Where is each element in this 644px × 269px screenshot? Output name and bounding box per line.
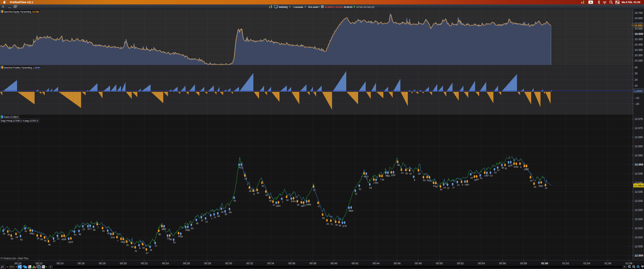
svg-text:1,5000: 1,5000 — [33, 66, 41, 69]
svg-text:43: 43 — [476, 178, 479, 180]
svg-text:10 k units: 10 k units — [308, 6, 318, 8]
svg-text:30: 30 — [435, 186, 438, 188]
svg-text:33: 33 — [339, 224, 341, 227]
svg-text:i: i — [322, 5, 323, 8]
svg-text:20: 20 — [326, 223, 329, 225]
svg-text:22: 22 — [87, 228, 90, 230]
svg-text:Ma 6 feb. 01:00: Ma 6 feb. 01:00 — [622, 1, 640, 4]
svg-text:01:00: 01:00 — [541, 262, 548, 265]
svg-text:12.565: 12.565 — [635, 136, 643, 139]
svg-text:10.300: 10.300 — [635, 54, 643, 57]
svg-text:16: 16 — [102, 230, 105, 232]
svg-text:17: 17 — [313, 189, 316, 191]
svg-text:16: 16 — [123, 241, 125, 243]
svg-text:BackTest Equity: Pyramiding: BackTest Equity: Pyramiding — [4, 10, 31, 13]
svg-text:39: 39 — [382, 179, 384, 181]
svg-text:14: 14 — [494, 171, 497, 174]
svg-text:47: 47 — [53, 240, 56, 242]
svg-text:ProRealTime v11.1: ProRealTime v11.1 — [10, 1, 33, 4]
svg-text:1 seconde: 1 seconde — [293, 6, 303, 8]
svg-text:01:02: 01:02 — [562, 262, 569, 265]
svg-text:8: 8 — [253, 193, 255, 195]
svg-text:1,5000: 1,5000 — [634, 89, 642, 93]
svg-text:51: 51 — [173, 241, 176, 244]
svg-text:13: 13 — [205, 221, 208, 223]
svg-text:17: 17 — [318, 205, 320, 207]
svg-text:36: 36 — [180, 235, 183, 238]
svg-text:00:20: 00:20 — [120, 262, 127, 265]
svg-text:48: 48 — [308, 203, 311, 206]
svg-text:12.520: 12.520 — [635, 218, 643, 221]
svg-text:12.538,5: 12.538,5 — [634, 184, 644, 187]
svg-text:12: 12 — [82, 228, 85, 230]
svg-text:34: 34 — [64, 238, 66, 240]
svg-text:8: 8 — [139, 247, 141, 249]
svg-text:00:48: 00:48 — [415, 262, 422, 265]
svg-text:12: 12 — [355, 193, 357, 195]
svg-text:41: 41 — [393, 174, 396, 176]
svg-text:12.570: 12.570 — [635, 126, 643, 130]
svg-text:31: 31 — [126, 244, 129, 246]
svg-text:10.700: 10.700 — [635, 11, 643, 14]
svg-text:01:04: 01:04 — [583, 262, 590, 265]
svg-text:40: 40 — [635, 66, 638, 69]
svg-text:7: 7 — [211, 218, 212, 220]
svg-text:34: 34 — [142, 247, 145, 249]
svg-text:16: 16 — [335, 224, 338, 226]
svg-text:00:58: 00:58 — [520, 262, 527, 265]
svg-text:37: 37 — [201, 219, 203, 222]
svg-text:12.550: 12.550 — [635, 163, 643, 166]
svg-text:12: 12 — [429, 180, 431, 182]
svg-text:21: 21 — [241, 167, 243, 169]
svg-text:12.500: 12.500 — [635, 254, 643, 257]
svg-text:10: 10 — [409, 173, 412, 175]
svg-text:NASDAQ: NASDAQ — [279, 6, 288, 8]
svg-text:37: 37 — [545, 187, 547, 189]
svg-text:12.530: 12.530 — [635, 199, 643, 202]
svg-text:00:18: 00:18 — [99, 262, 106, 265]
svg-text:51: 51 — [359, 188, 361, 190]
svg-text:00:54: 00:54 — [478, 262, 485, 265]
svg-text:12.505: 12.505 — [635, 245, 643, 248]
svg-text:41: 41 — [25, 230, 27, 232]
svg-text:30: 30 — [635, 72, 638, 75]
svg-text:10.250: 10.250 — [635, 59, 643, 62]
svg-text:41: 41 — [32, 233, 35, 235]
svg-text:43: 43 — [397, 164, 400, 166]
svg-text:«: « — [46, 266, 47, 268]
svg-text:12.535: 12.535 — [635, 190, 643, 193]
svg-text:24: 24 — [244, 178, 247, 180]
svg-text:12.515: 12.515 — [635, 227, 643, 230]
svg-text:Dag:+Hoog 12.540,1 +Laag 12.53: Dag:+Hoog 12.540,1 +Laag 12.537,0 — [1, 119, 38, 122]
svg-text:36: 36 — [158, 233, 161, 235]
svg-text:12.575: 12.575 — [635, 117, 643, 121]
svg-text:10.582: 10.582 — [634, 24, 642, 27]
svg-text:US Tech 100 Cash (1€): US Tech 100 Cash (1€) — [357, 6, 375, 8]
svg-text:00:28: 00:28 — [204, 262, 211, 265]
svg-text:10.582: 10.582 — [32, 10, 40, 13]
svg-text:13: 13 — [490, 175, 492, 177]
svg-text:43: 43 — [20, 239, 23, 241]
svg-text:00:42: 00:42 — [352, 262, 358, 265]
svg-text:19: 19 — [526, 168, 529, 170]
svg-text:7: 7 — [90, 228, 92, 230]
svg-text:00:40: 00:40 — [330, 262, 337, 265]
svg-text:00:12: 00:12 — [36, 262, 42, 265]
svg-text:9: 9 — [520, 166, 521, 168]
svg-text:20: 20 — [635, 78, 638, 81]
svg-text:00:30: 00:30 — [225, 262, 232, 265]
svg-text:36: 36 — [196, 222, 198, 224]
svg-text:53: 53 — [369, 187, 372, 189]
svg-text:12.538,5 (−0,01%): 12.538,5 (−0,01%) — [325, 6, 343, 8]
svg-text:51: 51 — [234, 200, 236, 202]
svg-text:10.350: 10.350 — [635, 48, 643, 51]
svg-text:60: 60 — [93, 229, 96, 231]
svg-text:45: 45 — [187, 229, 190, 231]
svg-text:BackTest Posities: Pyramiding: BackTest Posities: Pyramiding — [4, 66, 32, 69]
svg-text:47: 47 — [146, 252, 148, 254]
svg-text:22: 22 — [480, 177, 482, 179]
svg-text:8: 8 — [342, 225, 344, 227]
svg-text:51: 51 — [74, 234, 76, 236]
svg-text:16: 16 — [37, 237, 39, 239]
svg-text:10.400: 10.400 — [635, 43, 643, 46]
